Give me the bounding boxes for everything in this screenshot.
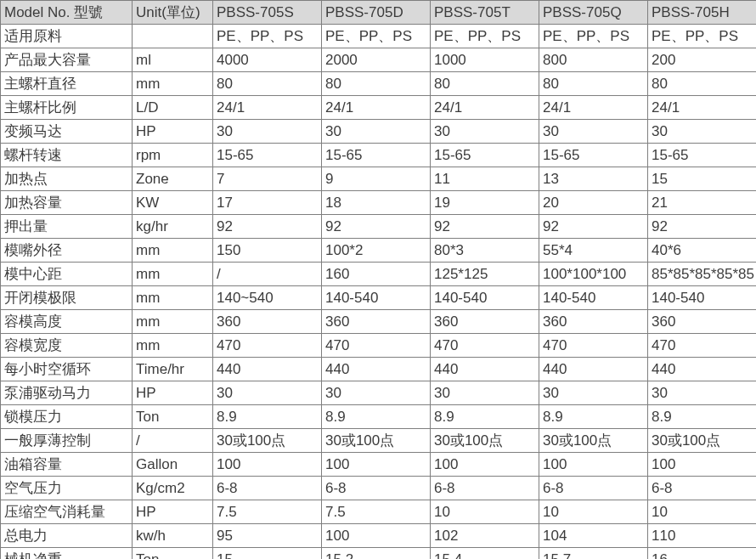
data-cell: 80 [648,72,757,96]
data-cell: 7.5 [322,500,431,524]
data-cell: 30 [539,120,648,144]
data-cell: 24/1 [539,96,648,120]
row-unit: kg/hr [133,215,213,239]
data-cell: 140-540 [648,286,757,310]
data-cell: 24/1 [213,96,322,120]
data-cell: 15 [213,548,322,560]
row-label: 押出量 [1,215,133,239]
table-row: 开闭模极限mm140~540140-540140-540140-540140-5… [1,286,757,310]
data-cell: 360 [431,310,539,334]
data-cell: 19 [431,191,539,215]
row-label: 容模宽度 [1,334,133,358]
row-unit: mm [133,310,213,334]
spec-table: Model No. 型號Unit(單位)PBSS-705SPBSS-705DPB… [0,0,756,559]
data-cell: 10 [431,500,539,524]
data-cell: 15.4 [431,548,539,560]
row-unit: / [133,429,213,453]
data-cell: 160 [322,263,431,286]
data-cell: 21 [648,191,757,215]
table-row: 泵浦驱动马力HP3030303030 [1,381,757,405]
row-unit: HP [133,120,213,144]
data-cell: 15 [648,167,757,191]
data-cell: 6-8 [648,477,757,500]
row-label: 每小时空循环 [1,358,133,381]
data-cell: 24/1 [322,96,431,120]
data-cell: 6-8 [213,477,322,500]
row-unit: L/D [133,96,213,120]
row-label: 械机净重 [1,548,133,560]
row-unit: HP [133,381,213,405]
table-row: 模嘴外径mm150100*280*355*440*6 [1,239,757,263]
data-cell: 80 [431,72,539,96]
row-label: 适用原料 [1,25,133,48]
row-unit: Zone [133,167,213,191]
data-cell: 360 [322,310,431,334]
data-cell: 150 [213,239,322,263]
data-cell: 8.9 [648,405,757,429]
data-cell: 140-540 [431,286,539,310]
table-row: 压缩空气消耗量HP7.57.5101010 [1,500,757,524]
row-unit: mm [133,72,213,96]
table-row: 加热点Zone79111315 [1,167,757,191]
data-cell: 15-65 [431,144,539,167]
data-cell: 440 [431,358,539,381]
data-cell: 30 [322,381,431,405]
data-cell: 1000 [431,48,539,72]
data-cell: PE、PP、PS [539,25,648,48]
data-cell: 200 [648,48,757,72]
row-unit: mm [133,263,213,286]
data-cell: 15-65 [648,144,757,167]
data-cell: 92 [648,215,757,239]
data-cell: 470 [648,334,757,358]
data-cell: 440 [539,358,648,381]
data-cell: 13 [539,167,648,191]
data-cell: 10 [539,500,648,524]
data-cell: 15.7 [539,548,648,560]
row-label: 容模高度 [1,310,133,334]
row-label: 模嘴外径 [1,239,133,263]
row-label: 空气压力 [1,477,133,500]
data-cell: 80 [213,72,322,96]
data-cell: 92 [322,215,431,239]
row-label: 模中心距 [1,263,133,286]
row-label: 压缩空气消耗量 [1,500,133,524]
data-cell: 30 [539,381,648,405]
data-cell: 30 [648,120,757,144]
data-cell: 800 [539,48,648,72]
row-label: 产品最大容量 [1,48,133,72]
table-row: 变频马达HP3030303030 [1,120,757,144]
table-row: 一般厚薄控制/30或100点30或100点30或100点30或100点30或10… [1,429,757,453]
row-unit: Time/hr [133,358,213,381]
data-cell: 100 [322,453,431,477]
data-cell: 140-540 [539,286,648,310]
row-unit: mm [133,239,213,263]
row-unit: Ton [133,405,213,429]
row-unit: ml [133,48,213,72]
data-cell: 440 [213,358,322,381]
row-label: 螺杆转速 [1,144,133,167]
data-cell: 6-8 [539,477,648,500]
data-cell: 30或100点 [322,429,431,453]
table-row: 空气压力Kg/cm26-86-86-86-86-8 [1,477,757,500]
data-cell: 80*3 [431,239,539,263]
data-cell: 30或100点 [213,429,322,453]
table-row: 加热容量KW1718192021 [1,191,757,215]
data-cell: 30 [322,120,431,144]
row-unit: rpm [133,144,213,167]
data-cell: 360 [213,310,322,334]
data-cell: 360 [648,310,757,334]
table-row: 锁模压力Ton8.98.98.98.98.9 [1,405,757,429]
data-cell: 16 [648,548,757,560]
table-row: 主螺杆直径mm8080808080 [1,72,757,96]
data-cell: 110 [648,524,757,548]
header-cell: Unit(單位) [133,1,213,25]
data-cell: 8.9 [213,405,322,429]
data-cell: 24/1 [648,96,757,120]
data-cell: 11 [431,167,539,191]
data-cell: 7.5 [213,500,322,524]
data-cell: 30或100点 [648,429,757,453]
row-label: 主螺杆直径 [1,72,133,96]
data-cell: 360 [539,310,648,334]
header-cell: PBSS-705T [431,1,539,25]
data-cell: 104 [539,524,648,548]
